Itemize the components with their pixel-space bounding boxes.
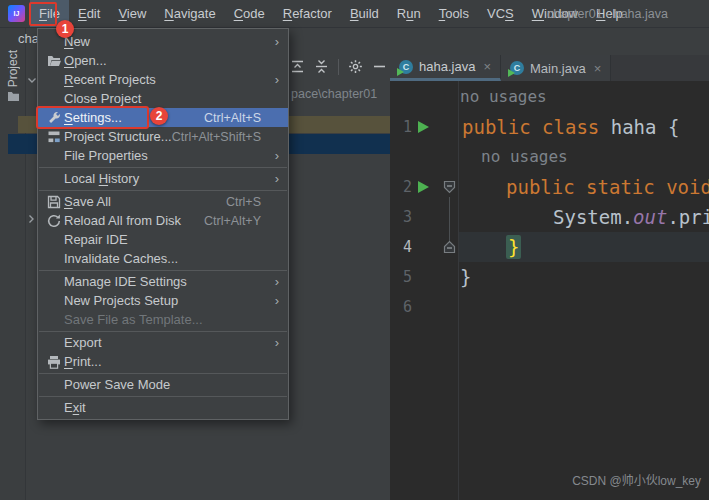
line-number: 3 — [390, 202, 412, 232]
annotation-box-file — [29, 2, 57, 26]
code-text: System.out.pri — [553, 202, 709, 232]
folder-open-icon — [43, 54, 64, 67]
annotation-box-settings — [36, 106, 149, 129]
code-text: public class haha { — [462, 112, 679, 142]
menu-separator — [39, 190, 287, 191]
menubar-item-view[interactable]: View — [109, 0, 155, 27]
menu-item-exit[interactable]: Exit — [38, 398, 288, 417]
code-line-2: 2public static void — [390, 172, 709, 202]
menu-item-project-structure[interactable]: Project Structure...Ctrl+Alt+Shift+S — [38, 127, 288, 146]
submenu-arrow-icon: › — [270, 171, 284, 186]
menu-item-label: Local History — [64, 171, 270, 186]
project-panel-toolbar — [290, 58, 387, 75]
menu-item-local-history[interactable]: Local History› — [38, 169, 288, 188]
menubar-item-build[interactable]: Build — [341, 0, 388, 27]
code-text: } — [460, 262, 471, 292]
menu-item-label: Save File as Template... — [64, 312, 270, 327]
refresh-icon — [43, 214, 64, 228]
menu-item-label: Project Structure... — [64, 129, 172, 144]
line-number: 4 — [390, 232, 412, 262]
intellij-logo-icon[interactable]: IJ — [8, 5, 25, 22]
hide-icon[interactable] — [372, 59, 387, 74]
chevron-right-icon[interactable] — [28, 214, 35, 224]
editor-tab-main-java[interactable]: CMain.java× — [501, 55, 611, 81]
chevron-down-icon[interactable] — [27, 77, 37, 84]
fold-marker-icon[interactable] — [443, 240, 456, 254]
inlay-hint-row: no usages — [390, 82, 709, 112]
menu-item-label: Power Save Mode — [64, 377, 270, 392]
submenu-arrow-icon: › — [270, 148, 284, 163]
menubar-item-tools[interactable]: Tools — [430, 0, 478, 27]
menu-item-open[interactable]: Open... — [38, 51, 288, 70]
menu-item-shortcut: Ctrl+Alt+Shift+S — [172, 130, 261, 144]
submenu-arrow-icon: › — [270, 34, 284, 49]
menubar-item-code[interactable]: Code — [225, 0, 274, 27]
collapse-all-icon[interactable] — [290, 59, 305, 74]
project-toolwindow-tab[interactable]: Project — [1, 50, 25, 102]
window-title: chapter01 - haha.java — [547, 7, 668, 21]
annotation-badge-2: 2 — [150, 107, 168, 125]
menu-item-label: Save All — [64, 194, 226, 209]
watermark-text: CSDN @帅小伙low_key — [572, 471, 701, 488]
menu-item-recent-projects[interactable]: Recent Projects› — [38, 70, 288, 89]
floppy-icon — [43, 195, 64, 209]
menu-item-label: Close Project — [64, 91, 270, 106]
expand-all-icon[interactable] — [314, 59, 329, 74]
menu-item-file-properties[interactable]: File Properties› — [38, 146, 288, 165]
menu-item-label: Reload All from Disk — [64, 213, 204, 228]
menu-item-print[interactable]: Print... — [38, 352, 288, 371]
gear-icon[interactable] — [348, 59, 363, 74]
menu-item-manage-ide-settings[interactable]: Manage IDE Settings› — [38, 272, 288, 291]
menu-item-save-file-as-template: Save File as Template... — [38, 310, 288, 329]
run-button-icon[interactable] — [418, 121, 429, 133]
menu-item-new-projects-setup[interactable]: New Projects Setup› — [38, 291, 288, 310]
menu-item-power-save-mode[interactable]: Power Save Mode — [38, 375, 288, 394]
menubar-item-edit[interactable]: Edit — [69, 0, 109, 27]
code-editor[interactable]: no usages1public class haha {no usages2p… — [390, 81, 709, 500]
menu-item-reload-all-from-disk[interactable]: Reload All from DiskCtrl+Alt+Y — [38, 211, 288, 230]
run-button-icon[interactable] — [418, 181, 429, 193]
line-number: 5 — [390, 262, 412, 292]
menu-bar-items: FileEditViewNavigateCodeRefactorBuildRun… — [30, 0, 632, 27]
code-text: } — [506, 232, 521, 262]
editor-toolbar-band — [390, 28, 709, 55]
menu-item-save-all[interactable]: Save AllCtrl+S — [38, 192, 288, 211]
submenu-arrow-icon: › — [270, 274, 284, 289]
menu-item-new[interactable]: New› — [38, 32, 288, 51]
menubar-item-refactor[interactable]: Refactor — [274, 0, 341, 27]
line-number: 2 — [390, 172, 412, 202]
menu-item-invalidate-caches[interactable]: Invalidate Caches... — [38, 249, 288, 268]
menu-item-shortcut: Ctrl+S — [226, 195, 261, 209]
line-number: 1 — [390, 112, 412, 142]
menubar-item-run[interactable]: Run — [388, 0, 430, 27]
menu-item-label: File Properties — [64, 148, 270, 163]
menu-item-label: New — [64, 34, 270, 49]
menu-item-label: Print... — [64, 354, 270, 369]
editor-area: Chaha.java×CMain.java× no usages1public … — [390, 28, 709, 500]
menu-item-label: Open... — [64, 53, 270, 68]
submenu-arrow-icon: › — [270, 293, 284, 308]
menubar-item-vcs[interactable]: VCS — [478, 0, 523, 27]
menu-item-export[interactable]: Export› — [38, 333, 288, 352]
code-line-1: 1public class haha { — [390, 112, 709, 142]
tab-close-icon[interactable]: × — [483, 59, 491, 74]
menu-item-repair-ide[interactable]: Repair IDE — [38, 230, 288, 249]
menubar-item-navigate[interactable]: Navigate — [155, 0, 224, 27]
tab-close-icon[interactable]: × — [594, 61, 602, 76]
menu-separator — [39, 373, 287, 374]
project-path-text: pace\chapter01 — [291, 87, 377, 101]
menu-bar: IJ FileEditViewNavigateCodeRefactorBuild… — [0, 0, 709, 28]
fold-marker-icon[interactable] — [443, 180, 456, 194]
code-line-6: 6 — [390, 292, 709, 322]
editor-tab-haha-java[interactable]: Chaha.java× — [390, 55, 501, 81]
current-line-highlight — [459, 232, 709, 262]
menu-separator — [39, 167, 287, 168]
java-class-icon: C — [399, 60, 413, 74]
menu-item-label: Export — [64, 335, 270, 350]
menu-item-label: Invalidate Caches... — [64, 251, 270, 266]
toolbar-divider — [338, 59, 339, 75]
code-text: public static void — [506, 172, 709, 202]
menu-separator — [39, 331, 287, 332]
menu-item-label: Manage IDE Settings — [64, 274, 270, 289]
java-class-icon: C — [510, 61, 524, 75]
